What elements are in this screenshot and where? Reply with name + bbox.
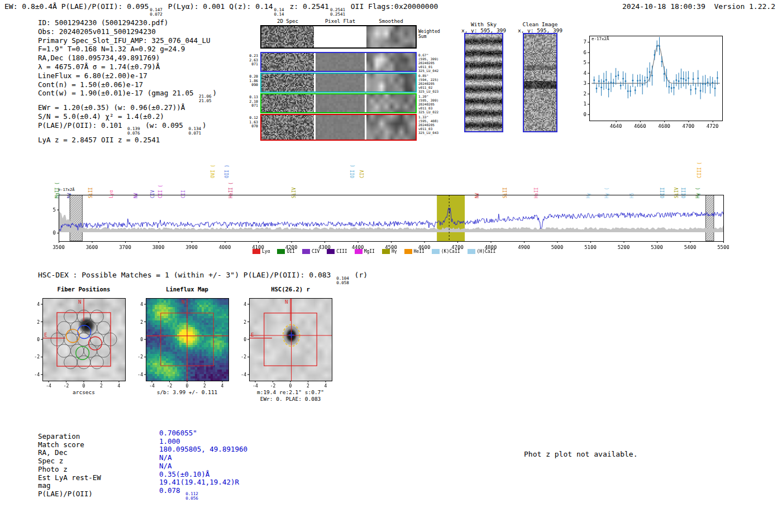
annotation-line: 1.20" bbox=[418, 94, 438, 98]
match-row-value: N/A bbox=[159, 453, 172, 462]
match-row-value: 19.41(19.41,19.42)R bbox=[159, 478, 239, 486]
hsc-dex-match-line: HSC-DEX : Possible Matches = 1 (within +… bbox=[38, 271, 368, 285]
full-spectrum-plot bbox=[47, 190, 729, 250]
text-segment: 1.000 bbox=[159, 437, 180, 445]
annotation-line: 1.33" bbox=[418, 115, 438, 119]
spec2d-row bbox=[260, 93, 417, 113]
text-segment: EWr = 1.20(±0.35) (w: 0.96(±0.27))Å bbox=[38, 103, 185, 112]
text-segment: Primary Spec_Slot_IFU_AMP: 325_076_044_L… bbox=[38, 36, 211, 45]
legend-label: HeII bbox=[414, 249, 425, 254]
match-row-value: 0.706055" bbox=[159, 429, 197, 437]
text-segment: S/N = 5.0(±0.4) χ² = 1.4(±0.2) bbox=[38, 112, 164, 121]
text-segment: z: 0.2541 bbox=[285, 2, 329, 11]
legend-item: HeII bbox=[404, 249, 425, 254]
legend-item: Hγ bbox=[382, 249, 397, 254]
legend-item: Lyα bbox=[252, 249, 270, 254]
annotation-line: 20240205 bbox=[418, 61, 438, 65]
stacked-uncertainty: 0.1340.071 bbox=[188, 127, 201, 136]
header-spacer bbox=[705, 2, 714, 11]
legend-label: OII bbox=[287, 249, 294, 254]
legend-label: (H)CaII bbox=[477, 249, 496, 254]
match-row-value: N/A bbox=[159, 462, 172, 470]
text-segment: EW: 0.8±0.4Å P(LAE)/P(OII): 0.095 bbox=[4, 2, 149, 11]
fiber-xlabel: arcsecs bbox=[42, 389, 125, 395]
spec2d-row bbox=[260, 52, 417, 72]
spec2d-col-header-1: 2D Spec bbox=[277, 18, 298, 24]
spec2d-row bbox=[260, 25, 417, 49]
annotation-line: v011_01 bbox=[418, 65, 438, 69]
with-sky-panel bbox=[464, 33, 503, 132]
text-segment: 0.706055" bbox=[159, 429, 197, 437]
info-line: P(LAE)/P(OII): 0.101 0.1390.076 (w: 0.09… bbox=[38, 121, 217, 136]
annotation-line: (595, 399) bbox=[418, 57, 438, 61]
stacked-uncertainty: 0.1120.056 bbox=[185, 492, 198, 501]
legend-swatch bbox=[327, 249, 335, 254]
report-datetime: 2024-10-18 18:00:39 bbox=[622, 2, 705, 11]
legend-swatch bbox=[468, 249, 475, 254]
lower-value: 21.05 bbox=[199, 99, 212, 103]
cutout-title-hsc: HSC(26.2) r bbox=[249, 286, 332, 293]
spec2d-row-canvas bbox=[261, 74, 416, 92]
info-line: LyA z = 2.8457 OII z = 0.2541 bbox=[38, 136, 217, 145]
match-row-label: Spec z bbox=[38, 457, 63, 465]
text-segment: N/A bbox=[159, 462, 172, 470]
text-segment: 180.095805, 49.891960 bbox=[159, 445, 247, 453]
legend-label: Lyα bbox=[262, 249, 270, 254]
spec2d-row-annotation: 1.33"(595, 408)20240205v011_03325_LU_043 bbox=[418, 115, 438, 135]
left-value: 071 bbox=[248, 104, 258, 108]
hsc-caption-1: m:19.4 re:2.1" s:0.7" bbox=[241, 389, 340, 395]
weighted-sum-text: Sum bbox=[418, 34, 440, 39]
photz-note: Phot z plot not available. bbox=[524, 450, 638, 458]
spec2d-row-annotation: 1.20"(595, 399)20240205v011_03325_LU_022 bbox=[418, 94, 438, 114]
info-line: λ = 4675.07Å σ = 1.74(±0.79)Å bbox=[38, 63, 217, 71]
text-segment: 0.078 bbox=[159, 486, 184, 495]
text-segment: LineFlux = 6.80(±2.00)e-17 bbox=[38, 71, 147, 80]
annotation-line: (595, 399) bbox=[418, 98, 438, 102]
legend-swatch bbox=[432, 249, 440, 254]
annotation-line: 325_LU_042 bbox=[418, 69, 438, 73]
info-line: Obs: 20240205v011_5001294230 bbox=[38, 27, 217, 36]
legend-label: CIV bbox=[312, 249, 320, 254]
match-row-label: mag bbox=[38, 481, 51, 490]
elixer-report-page: EW: 0.8±0.4Å P(LAE)/P(OII): 0.0950.1470.… bbox=[0, 0, 782, 532]
spec2d-row-canvas bbox=[261, 26, 416, 47]
spec2d-row-left-values: 0.132.10071 bbox=[248, 95, 258, 108]
info-line: ID: 5001294230 (5001294230.pdf) bbox=[38, 18, 217, 27]
legend-label: CIII bbox=[336, 249, 347, 254]
lower-value: 0.071 bbox=[188, 131, 201, 136]
linefit-plot bbox=[567, 27, 730, 134]
match-row-label: Match score bbox=[38, 440, 84, 449]
annotation-line: 325_LU_023 bbox=[418, 89, 438, 93]
lineflux-caption: s/b: 3.99 +/- 0.111 bbox=[138, 389, 236, 395]
with-sky-title: With Sky bbox=[471, 21, 497, 27]
text-segment: (r) bbox=[350, 271, 368, 279]
lower-value: 0.2541 bbox=[330, 12, 345, 17]
spec2d-row bbox=[260, 73, 417, 93]
annotation-line: v011_03 bbox=[418, 106, 438, 110]
legend-label: MgII bbox=[364, 249, 375, 254]
legend-item: OII bbox=[277, 249, 294, 254]
clean-image-panel bbox=[523, 33, 557, 132]
text-segment: RA,Dec (180.095734,49.891769) bbox=[38, 54, 160, 62]
report-version: Version 1.22.2 bbox=[714, 2, 775, 11]
legend-swatch bbox=[252, 249, 260, 254]
spec2d-row-left-values: 0.232.63071 bbox=[248, 54, 258, 67]
text-segment: P(LAE)/P(OII): 0.101 bbox=[38, 121, 126, 130]
lower-value: 0.058 bbox=[336, 281, 349, 285]
lower-value: 0.072 bbox=[150, 12, 163, 17]
text-segment: 0.35(±0.10)Å bbox=[159, 470, 209, 478]
legend-item: (K)CaII bbox=[432, 249, 460, 254]
spec2d-row-canvas bbox=[261, 115, 416, 140]
annotation-line: v011_03 bbox=[418, 127, 438, 131]
match-row-value: 180.095805, 49.891960 bbox=[159, 445, 247, 453]
weighted-sum-label: WeightedSum bbox=[418, 29, 440, 39]
spectrum-legend: LyαOIICIVCIIIMgIIHγHeII(K)CaII(H)CaII bbox=[252, 249, 495, 254]
match-row-label: Separation bbox=[38, 432, 80, 440]
stacked-uncertainty: 21.0621.05 bbox=[199, 94, 212, 103]
text-segment: P(Lyα): 0.001 Q(z): 0.14 bbox=[164, 2, 273, 11]
lower-value: 0.14 bbox=[274, 12, 284, 17]
annotation-line: (595, 408) bbox=[418, 119, 438, 123]
match-row-label: Est LyA rest-EW bbox=[38, 473, 101, 482]
left-value: 071 bbox=[248, 63, 258, 67]
spec2d-row-canvas bbox=[261, 94, 416, 112]
